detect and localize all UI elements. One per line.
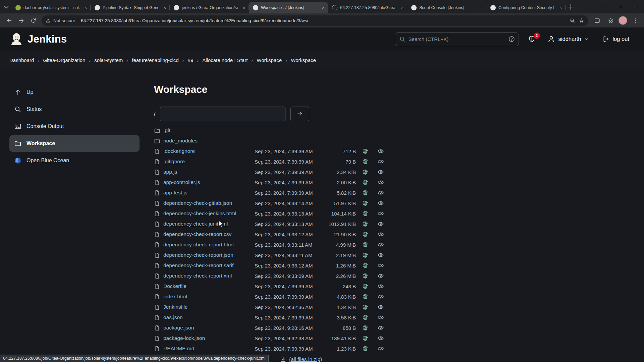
view-eye-icon[interactable]	[374, 314, 387, 321]
file-link[interactable]: Jenkinsfile	[163, 304, 255, 310]
global-search-box[interactable]	[395, 32, 519, 46]
logout-button[interactable]: log out	[602, 36, 629, 43]
view-eye-icon[interactable]	[374, 169, 387, 175]
tab-close-icon[interactable]	[83, 5, 89, 11]
minimize-button[interactable]	[598, 0, 613, 13]
file-link[interactable]: dependency-check-report.csv	[163, 231, 255, 237]
fingerprint-icon[interactable]	[357, 262, 374, 269]
view-eye-icon[interactable]	[374, 273, 387, 279]
file-link[interactable]: app.js	[163, 169, 255, 175]
file-link[interactable]: app-test.js	[163, 190, 255, 196]
help-icon[interactable]	[508, 36, 515, 43]
view-eye-icon[interactable]	[374, 158, 387, 165]
browser-tab[interactable]: dasher-org/solar-system – sola	[11, 2, 91, 13]
file-link[interactable]: package.json	[163, 325, 255, 331]
tab-close-icon[interactable]	[399, 5, 405, 11]
file-link[interactable]: dependency-check-junit.xml	[163, 221, 255, 227]
breadcrumb-item[interactable]: feature/enabling-cicd	[132, 57, 178, 63]
view-eye-icon[interactable]	[374, 293, 387, 300]
file-link[interactable]: dependency-check-report.html	[163, 242, 255, 248]
view-eye-icon[interactable]	[374, 304, 387, 310]
back-button[interactable]	[3, 15, 15, 26]
view-eye-icon[interactable]	[374, 262, 387, 269]
go-button[interactable]	[290, 107, 309, 121]
fingerprint-icon[interactable]	[357, 324, 374, 331]
view-eye-icon[interactable]	[374, 335, 387, 342]
view-eye-icon[interactable]	[374, 345, 387, 352]
browser-tab[interactable]: 64.227.187.25:8080/job/Gitea-O	[328, 2, 407, 13]
zoom-icon[interactable]	[570, 18, 575, 23]
breadcrumb-item[interactable]: Workspace	[291, 57, 316, 63]
breadcrumb-item[interactable]: #9	[188, 57, 194, 63]
file-link[interactable]: package-lock.json	[163, 335, 255, 341]
jenkins-home-link[interactable]: Jenkins	[9, 32, 67, 46]
fingerprint-icon[interactable]	[357, 148, 374, 155]
tab-close-icon[interactable]	[162, 5, 168, 11]
browser-tab[interactable]: jenkins / Gitea-Organization/so	[170, 2, 249, 13]
fingerprint-icon[interactable]	[357, 304, 374, 310]
file-link[interactable]: dependency-check-report.sarif	[163, 262, 255, 268]
sidebar-item-up[interactable]: Up	[9, 84, 140, 101]
file-link[interactable]: Dockerfile	[163, 283, 255, 289]
view-eye-icon[interactable]	[374, 200, 387, 206]
user-menu-button[interactable]: siddharth	[547, 35, 589, 43]
path-input[interactable]	[160, 107, 285, 121]
extensions-button[interactable]	[605, 15, 616, 26]
view-eye-icon[interactable]	[374, 189, 387, 196]
browser-menu-button[interactable]	[630, 15, 641, 26]
fingerprint-icon[interactable]	[357, 158, 374, 165]
view-eye-icon[interactable]	[374, 179, 387, 186]
fingerprint-icon[interactable]	[357, 345, 374, 352]
close-button[interactable]	[629, 0, 644, 13]
file-link[interactable]: .dockerignore	[163, 148, 255, 154]
browser-tab[interactable]: Configuring Content Security P	[486, 2, 566, 13]
view-eye-icon[interactable]	[374, 324, 387, 331]
tab-close-icon[interactable]	[557, 5, 564, 11]
fingerprint-icon[interactable]	[357, 179, 374, 186]
breadcrumb-item[interactable]: Gitea-Organization	[43, 57, 85, 63]
sidebar-item-console-output[interactable]: Console Output	[9, 118, 140, 135]
all-files-zip-link[interactable]: (all files in zip)	[289, 356, 322, 362]
fingerprint-icon[interactable]	[357, 273, 374, 279]
fingerprint-icon[interactable]	[357, 241, 374, 248]
file-link[interactable]: oas.json	[163, 314, 255, 320]
fingerprint-icon[interactable]	[357, 252, 374, 258]
sidebar-item-status[interactable]: Status	[9, 101, 140, 118]
side-panel-button[interactable]	[592, 15, 602, 26]
view-eye-icon[interactable]	[374, 210, 387, 217]
fingerprint-icon[interactable]	[357, 210, 374, 217]
view-eye-icon[interactable]	[374, 283, 387, 290]
fingerprint-icon[interactable]	[357, 221, 374, 227]
file-link[interactable]: dependency-check-report.xml	[163, 273, 255, 279]
profile-avatar[interactable]	[619, 16, 627, 25]
fingerprint-icon[interactable]	[357, 314, 374, 321]
maximize-button[interactable]	[613, 0, 629, 13]
fingerprint-icon[interactable]	[357, 335, 374, 342]
file-link[interactable]: README.md	[163, 346, 255, 352]
view-eye-icon[interactable]	[374, 231, 387, 238]
file-link[interactable]: index.html	[163, 294, 255, 300]
sidebar-item-workspace[interactable]: Workspace	[9, 135, 140, 152]
browser-tab[interactable]: Workspace : / [Jenkins]	[249, 2, 328, 13]
view-eye-icon[interactable]	[374, 241, 387, 248]
file-link[interactable]: dependency-check-report.json	[163, 252, 255, 258]
security-notifications-button[interactable]: 2	[525, 32, 539, 46]
file-link[interactable]: dependency-check-gitlab.json	[163, 200, 255, 206]
folder-link[interactable]: .git	[163, 127, 255, 133]
new-tab-button[interactable]	[566, 2, 576, 12]
fingerprint-icon[interactable]	[357, 293, 374, 300]
browser-tab[interactable]: Pipeline Syntax: Snippet Genera	[91, 2, 170, 13]
tab-close-icon[interactable]	[320, 5, 326, 11]
fingerprint-icon[interactable]	[357, 189, 374, 196]
fingerprint-icon[interactable]	[357, 283, 374, 290]
tab-search-button[interactable]	[2, 3, 11, 11]
breadcrumb-item[interactable]: Workspace	[257, 57, 282, 63]
browser-tab[interactable]: Script Console [Jenkins]	[407, 2, 486, 13]
fingerprint-icon[interactable]	[357, 231, 374, 238]
view-eye-icon[interactable]	[374, 148, 387, 155]
fingerprint-icon[interactable]	[357, 200, 374, 206]
bookmark-star-icon[interactable]	[579, 18, 584, 23]
address-bar[interactable]: Not secure 64.227.187.25:8080/job/Gitea-…	[42, 15, 588, 26]
tab-close-icon[interactable]	[478, 5, 484, 11]
search-input[interactable]	[409, 36, 505, 42]
